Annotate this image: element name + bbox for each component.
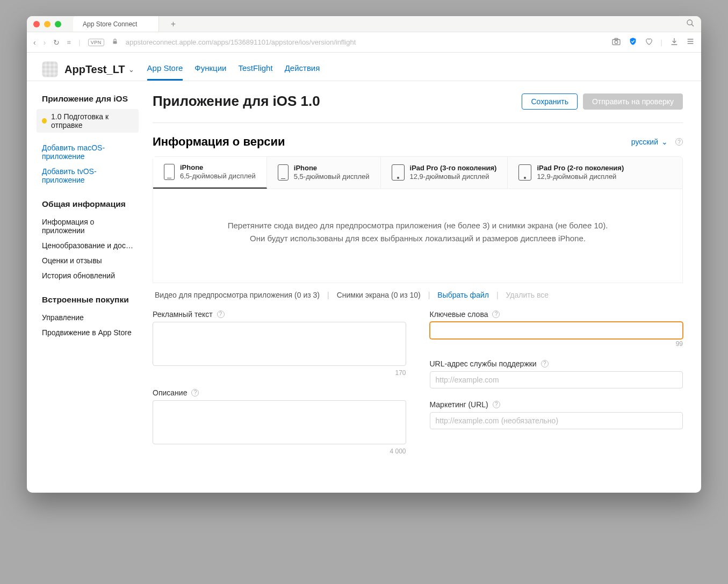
nav-back-button[interactable]: ‹ <box>33 38 36 47</box>
promo-textarea[interactable] <box>153 322 406 366</box>
help-icon[interactable]: ? <box>493 401 500 408</box>
titlebar: App Store Connect + <box>27 16 701 32</box>
language-selector[interactable]: русский ⌄ ? <box>631 138 683 146</box>
content: Приложение для iOS 1.0 Сохранить Отправи… <box>134 81 701 493</box>
window-zoom-button[interactable] <box>55 21 61 27</box>
marketing-url-label: Маркетинг (URL) <box>430 400 488 409</box>
desc-textarea[interactable] <box>153 400 406 444</box>
support-url-label: URL-адрес службы поддержки <box>430 359 537 368</box>
apps-grid-icon[interactable]: ⌗ <box>67 39 71 46</box>
window-close-button[interactable] <box>33 21 40 27</box>
sidebar-general-title: Общая информация <box>42 199 134 209</box>
promo-label: Рекламный текст <box>153 310 213 319</box>
sidebar-reviews[interactable]: Оценки и отзывы <box>42 253 134 268</box>
media-dropzone[interactable]: Перетяните сюда видео для предпросмотра … <box>153 189 683 283</box>
desc-label: Описание <box>153 388 187 397</box>
tabbar-search-icon[interactable] <box>686 19 701 30</box>
sidebar-version-status[interactable]: 1.0 Подготовка к отправке <box>37 109 139 133</box>
help-icon[interactable]: ? <box>492 311 500 318</box>
phone-icon <box>164 164 175 180</box>
camera-icon[interactable] <box>611 38 621 47</box>
language-label: русский <box>631 138 658 146</box>
version-info-title: Информация о версии <box>153 135 285 149</box>
svg-rect-5 <box>615 38 618 40</box>
svg-point-4 <box>615 41 618 44</box>
main-area: Приложение для iOS 1.0 Подготовка к отпр… <box>27 81 701 493</box>
tablet-icon <box>518 164 531 181</box>
svg-line-1 <box>691 24 694 26</box>
menu-icon[interactable] <box>686 37 695 47</box>
nav-forward-button[interactable]: › <box>44 38 46 47</box>
device-tabs: iPhone 6,5-дюймовый дисплей iPhone 5,5-д… <box>153 156 683 189</box>
device-tab-iphone55[interactable]: iPhone 5,5-дюймовый дисплей <box>267 157 381 189</box>
window-minimize-button[interactable] <box>44 21 51 27</box>
screenshot-count: Снимки экрана (0 из 10) <box>337 291 421 299</box>
device-name: iPhone <box>180 163 256 172</box>
device-size: 12,9-дюймовый дисплей <box>410 172 497 181</box>
choose-file-link[interactable]: Выбрать файл <box>437 291 489 299</box>
help-icon[interactable]: ? <box>191 389 199 396</box>
help-icon[interactable]: ? <box>541 360 549 367</box>
svg-rect-2 <box>113 41 117 44</box>
device-name: iPad Pro (3-го поколения) <box>410 164 497 172</box>
help-icon[interactable]: ? <box>675 138 683 146</box>
browser-tab[interactable]: App Store Connect <box>73 16 159 32</box>
sidebar-pricing[interactable]: Ценообразование и доступно… <box>42 238 134 253</box>
promo-counter: 170 <box>153 369 406 377</box>
sidebar-iap-promote[interactable]: Продвижение в App Store <box>42 325 134 340</box>
browser-window: App Store Connect + ‹ › ↻ ⌗ | VPN appsto… <box>27 16 701 493</box>
sidebar-iap-title: Встроенные покупки <box>42 295 134 305</box>
media-footer: Видео для предпросмотра приложения (0 из… <box>153 289 683 310</box>
sidebar-add-macos[interactable]: Добавить macOS-приложение <box>42 140 134 164</box>
status-text: 1.0 Подготовка к отправке <box>51 112 133 129</box>
sidebar-app-info[interactable]: Информация о приложении <box>42 214 134 238</box>
device-tab-ipad2[interactable]: iPad Pro (2-го поколения) 12,9-дюймовый … <box>508 157 635 189</box>
page-title: Приложение для iOS 1.0 <box>153 93 320 110</box>
heart-icon[interactable] <box>645 37 653 47</box>
new-tab-button[interactable]: + <box>165 17 181 32</box>
sidebar-history[interactable]: История обновлений <box>42 268 134 283</box>
tablet-icon <box>392 164 405 181</box>
vpn-badge[interactable]: VPN <box>88 39 104 46</box>
dropzone-text-2: Они будут использованы для всех выбранны… <box>169 232 666 245</box>
device-name: iPhone <box>294 164 370 172</box>
address-bar[interactable]: appstoreconnect.apple.com/apps/153689110… <box>126 38 356 46</box>
delete-all-link[interactable]: Удалить все <box>506 291 549 299</box>
help-icon[interactable]: ? <box>217 311 225 318</box>
tab-activity[interactable]: Действия <box>285 58 320 81</box>
sidebar-add-tvos[interactable]: Добавить tvOS-приложение <box>42 164 134 188</box>
tab-app-store[interactable]: App Store <box>147 58 183 81</box>
device-tab-iphone65[interactable]: iPhone 6,5-дюймовый дисплей <box>153 157 267 189</box>
status-dot-icon <box>42 118 47 124</box>
keywords-input[interactable] <box>430 322 683 339</box>
device-size: 6,5-дюймовый дисплей <box>180 172 256 181</box>
downloads-icon[interactable] <box>670 37 679 47</box>
support-url-input[interactable] <box>430 371 683 388</box>
app-icon <box>42 61 58 77</box>
marketing-url-input[interactable] <box>430 412 683 429</box>
device-tab-ipad3[interactable]: iPad Pro (3-го поколения) 12,9-дюймовый … <box>381 157 508 189</box>
keywords-label: Ключевые слова <box>430 310 488 319</box>
preview-count: Видео для предпросмотра приложения (0 из… <box>155 291 320 299</box>
dropzone-text-1: Перетяните сюда видео для предпросмотра … <box>169 219 666 232</box>
shield-icon[interactable] <box>629 37 637 47</box>
svg-point-0 <box>687 20 692 25</box>
desc-counter: 4 000 <box>153 448 406 455</box>
tab-features[interactable]: Функции <box>194 58 226 81</box>
submit-button[interactable]: Отправить на проверку <box>583 93 683 110</box>
browser-toolbar: ‹ › ↻ ⌗ | VPN appstoreconnect.apple.com/… <box>27 32 701 53</box>
sidebar: Приложение для iOS 1.0 Подготовка к отпр… <box>27 81 134 493</box>
app-name: AppTest_LT <box>64 63 125 76</box>
app-selector[interactable]: AppTest_LT ⌄ <box>64 63 134 76</box>
sidebar-iap-manage[interactable]: Управление <box>42 310 134 325</box>
chevron-down-icon: ⌄ <box>128 66 134 74</box>
sidebar-ios-title: Приложение для iOS <box>42 94 134 104</box>
save-button[interactable]: Сохранить <box>522 93 578 110</box>
keywords-counter: 99 <box>430 340 683 348</box>
nav-tabs: App Store Функции TestFlight Действия <box>147 58 320 81</box>
reload-button[interactable]: ↻ <box>53 38 60 47</box>
chevron-down-icon: ⌄ <box>661 138 668 146</box>
tab-testflight[interactable]: TestFlight <box>238 58 272 81</box>
device-size: 5,5-дюймовый дисплей <box>294 172 370 181</box>
device-name: iPad Pro (2-го поколения) <box>537 164 624 172</box>
